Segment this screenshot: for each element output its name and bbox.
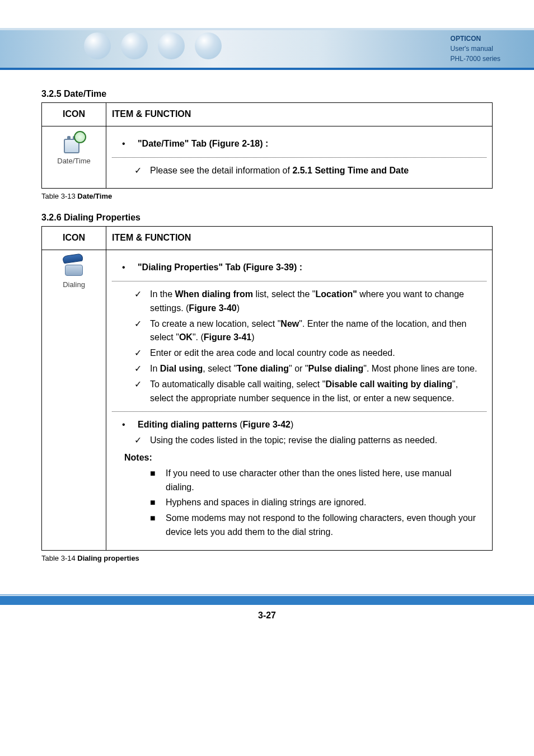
table-caption-date-time: Table 3-13 Date/Time [41, 192, 493, 200]
dialing-table: ICON ITEM & FUNCTION Dialing • "Dialing … [41, 226, 493, 550]
date-time-tab-heading: "Date/Time" Tab (Figure 2-18) : [138, 137, 480, 151]
section-title-date-time: 3.2.5 Date/Time [41, 89, 493, 99]
check-icon: ✓ [134, 288, 150, 302]
dialing-item-disable-call-waiting: To automatically disable call waiting, s… [150, 378, 480, 406]
check-icon: ✓ [134, 317, 150, 331]
page-number: 3-27 [0, 611, 534, 621]
col-header-function: ITEM & FUNCTION [106, 103, 493, 126]
table-caption-dialing: Table 3-14 Dialing properties [41, 554, 493, 562]
date-time-func-cell: • "Date/Time" Tab (Figure 2-18) : ✓ Plea… [106, 126, 493, 189]
section-title-dialing: 3.2.6 Dialing Properties [41, 213, 493, 223]
date-time-detail-text: Please see the detail information of 2.5… [150, 164, 480, 178]
header-banner: OPTICON User's manual PHL-7000 series [0, 28, 534, 70]
date-time-icon-cell: Date/Time [42, 126, 106, 189]
dialing-icon [62, 255, 86, 277]
dialing-properties-tab-heading: "Dialing Properties" Tab (Figure 3-39) : [138, 261, 480, 275]
date-time-icon-label: Date/Time [48, 156, 100, 167]
date-time-table: ICON ITEM & FUNCTION Date/Time • "Date/T… [41, 102, 493, 189]
header-line-3: PHL-7000 series [451, 54, 500, 64]
decorative-circles [84, 32, 222, 59]
editing-patterns-item: Using the codes listed in the topic; rev… [150, 434, 480, 448]
check-icon: ✓ [134, 346, 150, 360]
dialing-icon-cell: Dialing [42, 250, 106, 551]
check-icon: ✓ [134, 164, 150, 178]
dialing-item-area-code: Enter or edit the area code and local co… [150, 346, 480, 360]
col-header-icon: ICON [42, 103, 106, 126]
note-item-3: Some modems may not respond to the follo… [166, 511, 480, 539]
col-header-function-2: ITEM & FUNCTION [106, 227, 493, 250]
check-icon: ✓ [134, 362, 150, 376]
bullet-icon: • [122, 137, 138, 151]
check-icon: ✓ [134, 434, 150, 448]
dialing-item-dial-using: In Dial using, select "Tone dialing" or … [150, 362, 480, 376]
dialing-item-new-location: To create a new location, select "New". … [150, 317, 480, 345]
date-time-icon [62, 131, 86, 153]
header-line-2: User's manual [451, 44, 500, 54]
square-bullet-icon: ■ [150, 467, 166, 481]
note-item-2: Hyphens and spaces in dialing strings ar… [166, 496, 480, 510]
bullet-icon: • [122, 418, 138, 432]
editing-patterns-heading: Editing dialing patterns (Figure 3-42) [138, 418, 480, 432]
square-bullet-icon: ■ [150, 496, 166, 510]
dialing-func-cell: • "Dialing Properties" Tab (Figure 3-39)… [106, 250, 493, 551]
brand-name: OPTICON [451, 34, 500, 44]
note-item-1: If you need to use character other than … [166, 467, 480, 495]
header-text: OPTICON User's manual PHL-7000 series [451, 34, 500, 64]
col-header-icon-2: ICON [42, 227, 106, 250]
dialing-item-location: In the When dialing from list, select th… [150, 288, 480, 316]
check-icon: ✓ [134, 378, 150, 392]
notes-label: Notes: [122, 451, 480, 465]
square-bullet-icon: ■ [150, 511, 166, 525]
footer-bar [0, 596, 534, 605]
bullet-icon: • [122, 261, 138, 275]
dialing-icon-label: Dialing [48, 279, 100, 290]
